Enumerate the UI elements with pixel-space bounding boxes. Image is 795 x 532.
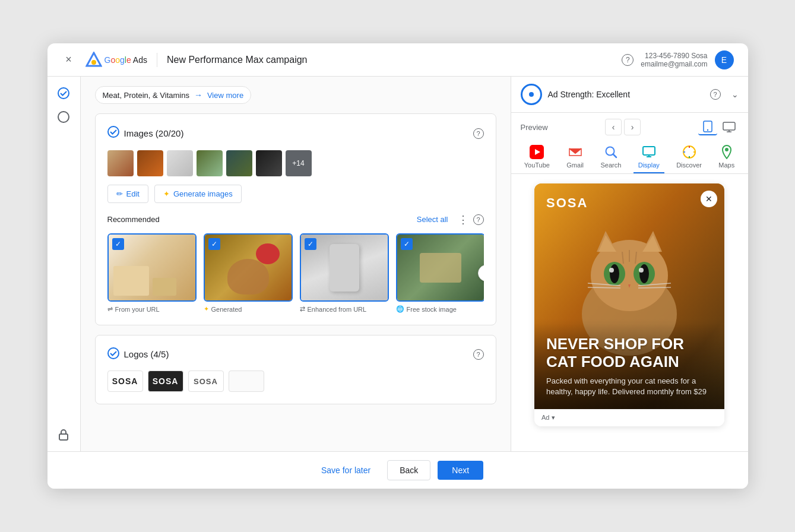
right-panel: Ad Strength: Excellent ? ⌄ Preview ‹ › bbox=[511, 77, 748, 451]
strength-circle-inner bbox=[529, 92, 534, 97]
image-card-1[interactable]: ✓ bbox=[107, 233, 197, 302]
recommended-images-grid: ✓ ⇌ From your URL bbox=[107, 233, 484, 313]
images-help-icon[interactable]: ? bbox=[473, 128, 484, 139]
edit-label: Edit bbox=[126, 189, 140, 198]
thumbnail-6[interactable] bbox=[256, 150, 282, 176]
gmail-icon bbox=[568, 145, 582, 159]
device-toggle bbox=[698, 119, 739, 135]
platform-tab-search[interactable]: Search bbox=[596, 141, 626, 173]
youtube-label: YouTube bbox=[524, 162, 550, 169]
platform-tabs: YouTube Gmail bbox=[511, 135, 748, 174]
logo-4-empty[interactable] bbox=[229, 370, 264, 392]
maps-icon bbox=[720, 145, 734, 159]
maps-label: Maps bbox=[718, 162, 734, 169]
youtube-icon bbox=[530, 145, 544, 159]
platform-tab-youtube[interactable]: YouTube bbox=[520, 141, 555, 173]
mobile-device-button[interactable] bbox=[698, 119, 717, 135]
ad-footer: Ad ▾ bbox=[534, 409, 724, 426]
svg-rect-9 bbox=[723, 122, 735, 130]
image-label-4: 🌐 Free stock image bbox=[396, 305, 484, 313]
globe-icon-4: 🌐 bbox=[396, 305, 404, 313]
main-content: Meat, Protein, & Vitamins → View more Im bbox=[81, 77, 511, 451]
more-options-icon[interactable]: ⋮ bbox=[458, 213, 468, 226]
view-more-link[interactable]: View more bbox=[207, 91, 243, 100]
image-label-1: ⇌ From your URL bbox=[107, 305, 197, 313]
sidebar-circle-icon[interactable] bbox=[56, 110, 71, 124]
thumbnail-3[interactable] bbox=[167, 150, 193, 176]
ad-preview-area: SOSA ✕ NEVER SHOP FOR CAT FOOD AGAIN Pac… bbox=[511, 174, 748, 451]
logos-help-icon[interactable]: ? bbox=[473, 349, 484, 360]
preview-prev-button[interactable]: ‹ bbox=[605, 119, 622, 135]
check-badge-1: ✓ bbox=[112, 238, 124, 250]
enhance-icon-3: ⇄ bbox=[300, 305, 305, 313]
left-sidebar bbox=[47, 77, 81, 451]
next-button[interactable]: Next bbox=[438, 461, 483, 480]
logo-text: Google Ads bbox=[104, 55, 147, 65]
google-ads-icon bbox=[85, 52, 102, 68]
thumbnail-more[interactable]: +14 bbox=[286, 150, 312, 176]
image-card-4[interactable]: ✓ bbox=[396, 233, 484, 302]
bottom-bar: Save for later Back Next bbox=[47, 451, 748, 489]
image-label-2: ✦ Generated bbox=[204, 305, 293, 313]
platform-tab-gmail[interactable]: Gmail bbox=[562, 141, 588, 173]
images-title: Images (20/20) bbox=[107, 126, 184, 141]
logos-header: Logos (4/5) ? bbox=[107, 347, 484, 361]
ad-close-button[interactable]: ✕ bbox=[701, 191, 717, 207]
image-card-3[interactable]: ✓ bbox=[300, 233, 389, 302]
help-icon[interactable]: ? bbox=[622, 54, 634, 66]
category-tag: Meat, Protein, & Vitamins → View more bbox=[95, 86, 252, 104]
preview-next-button[interactable]: › bbox=[624, 119, 641, 135]
desktop-device-button[interactable] bbox=[720, 119, 739, 135]
platform-tab-display[interactable]: Display bbox=[634, 141, 664, 173]
logo-1[interactable]: SOSA bbox=[107, 370, 143, 392]
sidebar-check-icon[interactable] bbox=[56, 86, 71, 100]
edit-button[interactable]: ✏ Edit bbox=[107, 185, 148, 203]
image-action-buttons: ✏ Edit ✦ Generate images bbox=[107, 185, 484, 203]
gmail-label: Gmail bbox=[566, 162, 584, 169]
select-all-button[interactable]: Select all bbox=[412, 213, 453, 226]
google-ads-logo: Google Ads bbox=[85, 52, 147, 68]
thumbnail-5[interactable] bbox=[226, 150, 252, 176]
thumbnails-row: +14 bbox=[107, 150, 484, 176]
ad-strength-label: Ad Strength: Excellent bbox=[548, 90, 704, 99]
thumbnail-1[interactable] bbox=[107, 150, 134, 176]
account-email: emailme@gmail.com bbox=[641, 60, 707, 68]
ad-strength-help-icon[interactable]: ? bbox=[710, 89, 721, 100]
recommended-image-4: ✓ 🌐 Free stock image › bbox=[396, 233, 484, 313]
account-info: 123-456-7890 Sosa emailme@gmail.com bbox=[641, 52, 707, 68]
avatar[interactable]: E bbox=[715, 50, 734, 69]
recommended-help-icon[interactable]: ? bbox=[473, 214, 484, 225]
logos-check-icon bbox=[107, 347, 119, 361]
view-more-arrow[interactable]: → bbox=[194, 90, 202, 100]
ad-label: Ad ▾ bbox=[541, 414, 555, 422]
generate-label: Generate images bbox=[173, 189, 233, 198]
logo-3[interactable]: SOSA bbox=[188, 370, 224, 392]
discover-label: Discover bbox=[676, 162, 702, 169]
image-card-2[interactable]: ✓ bbox=[204, 233, 293, 302]
chevron-down-icon[interactable]: ⌄ bbox=[731, 90, 739, 99]
logos-row: SOSA SOSA SOSA bbox=[107, 370, 484, 392]
back-button[interactable]: Back bbox=[387, 460, 430, 480]
search-label: Search bbox=[600, 162, 621, 169]
platform-tab-discover[interactable]: Discover bbox=[672, 141, 707, 173]
close-button[interactable]: × bbox=[62, 53, 76, 67]
svg-point-5 bbox=[108, 126, 119, 137]
generate-images-button[interactable]: ✦ Generate images bbox=[154, 185, 242, 203]
recommended-image-2: ✓ ✦ Generated bbox=[204, 233, 293, 313]
account-phone: 123-456-7890 Sosa bbox=[641, 52, 707, 60]
sparkle-icon: ✦ bbox=[163, 189, 170, 198]
recommended-header: Recommended Select all ⋮ ? bbox=[107, 213, 484, 226]
logos-section: Logos (4/5) ? SOSA SOSA SOSA bbox=[95, 335, 496, 404]
logo-2[interactable]: SOSA bbox=[148, 370, 183, 392]
ad-strength-bar: Ad Strength: Excellent ? ⌄ bbox=[511, 77, 748, 113]
platform-tab-maps[interactable]: Maps bbox=[714, 141, 739, 173]
ad-preview-image: SOSA ✕ NEVER SHOP FOR CAT FOOD AGAIN Pac… bbox=[534, 183, 724, 409]
header-divider bbox=[157, 53, 157, 67]
page-title: New Performance Max campaign bbox=[167, 55, 612, 65]
thumbnail-4[interactable] bbox=[197, 150, 223, 176]
save-for-later-button[interactable]: Save for later bbox=[312, 461, 380, 480]
recommended-image-3: ✓ ⇄ Enhanced from URL bbox=[300, 233, 389, 313]
tag-label: Meat, Protein, & Vitamins bbox=[103, 91, 189, 100]
svg-rect-17 bbox=[643, 147, 655, 155]
thumbnail-2[interactable] bbox=[137, 150, 163, 176]
